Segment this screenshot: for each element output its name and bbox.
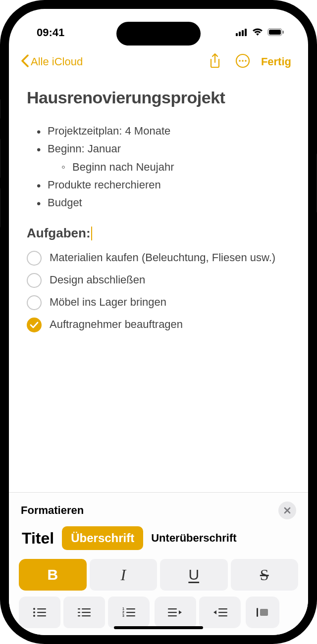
dash-list-button[interactable]: [63, 597, 105, 628]
checkbox-unchecked-icon[interactable]: [27, 295, 42, 310]
checkbox-unchecked-icon[interactable]: [27, 251, 42, 266]
done-button[interactable]: Fertig: [261, 55, 291, 68]
svg-rect-12: [37, 608, 46, 609]
back-button[interactable]: Alle iCloud: [21, 54, 83, 70]
svg-rect-35: [257, 608, 258, 617]
svg-text:1: 1: [122, 607, 124, 610]
svg-point-11: [33, 608, 35, 610]
chevron-left-icon: [21, 54, 29, 70]
svg-rect-6: [283, 31, 284, 34]
numbered-list-button[interactable]: 123: [108, 597, 150, 628]
note-content[interactable]: Hausrenovierungsprojekt Projektzeitplan:…: [9, 78, 308, 492]
indent-button[interactable]: [199, 597, 241, 628]
svg-point-15: [33, 615, 35, 617]
home-indicator[interactable]: [114, 626, 203, 629]
svg-point-8: [239, 60, 241, 62]
svg-rect-31: [168, 615, 177, 616]
svg-rect-17: [78, 608, 80, 609]
style-heading-button[interactable]: Überschrift: [62, 526, 143, 550]
list-style-row: 123: [19, 597, 298, 628]
checklist-label: Materialien kaufen (Beleuchtung, Fliesen…: [50, 250, 290, 266]
checklist-item: Auftragnehmer beauftragen: [27, 317, 290, 332]
svg-rect-29: [168, 608, 177, 609]
svg-rect-20: [82, 612, 91, 613]
svg-rect-0: [236, 33, 238, 36]
list-item: Projektzeitplan: 4 Monate: [37, 122, 290, 140]
close-icon[interactable]: [278, 502, 296, 519]
style-subheading-button[interactable]: Unterüberschrift: [151, 532, 236, 545]
list-item: Beginn nach Neujahr: [61, 158, 290, 176]
svg-rect-28: [126, 615, 135, 616]
svg-rect-2: [242, 30, 244, 36]
note-title: Hausrenovierungsprojekt: [27, 88, 290, 107]
svg-text:3: 3: [122, 614, 124, 617]
svg-point-9: [242, 60, 244, 62]
checkbox-checked-icon[interactable]: [27, 318, 42, 332]
svg-point-13: [33, 611, 35, 613]
svg-text:2: 2: [122, 610, 124, 614]
block-quote-button[interactable]: [246, 597, 279, 628]
svg-rect-36: [260, 609, 268, 616]
dynamic-island: [116, 22, 201, 46]
svg-rect-21: [78, 615, 80, 616]
checkbox-unchecked-icon[interactable]: [27, 273, 42, 288]
strikethrough-button[interactable]: S: [231, 559, 299, 591]
italic-button[interactable]: I: [90, 559, 158, 591]
wifi-icon: [252, 26, 264, 39]
checklist-label: Auftragnehmer beauftragen: [50, 317, 290, 332]
format-panel-title: Formatieren: [21, 504, 84, 517]
underline-button[interactable]: U: [160, 559, 228, 591]
paragraph-style-row: Titel Überschrift Unterüberschrift: [19, 526, 298, 550]
section-heading: Aufgaben:: [27, 226, 92, 241]
svg-rect-33: [218, 612, 227, 613]
svg-rect-24: [126, 608, 135, 609]
inline-style-row: B I U S: [19, 559, 298, 591]
svg-rect-5: [269, 30, 281, 35]
outdent-button[interactable]: [155, 597, 196, 628]
bullet-list: Projektzeitplan: 4 Monate Beginn: Januar…: [27, 122, 290, 212]
checklist: Materialien kaufen (Beleuchtung, Fliesen…: [27, 250, 290, 332]
cellular-icon: [236, 26, 248, 39]
back-label: Alle iCloud: [31, 55, 83, 68]
svg-point-10: [245, 60, 247, 62]
svg-rect-3: [245, 29, 247, 36]
navigation-bar: Alle iCloud Fertig: [9, 48, 308, 78]
svg-rect-32: [218, 608, 227, 609]
battery-icon: [267, 26, 284, 39]
list-item: Produkte recherchieren: [37, 176, 290, 194]
list-item: Beginn: Januar Beginn nach Neujahr: [37, 140, 290, 176]
style-title-button[interactable]: Titel: [22, 529, 54, 548]
checklist-label: Möbel ins Lager bringen: [50, 295, 290, 310]
checklist-item: Design abschließen: [27, 273, 290, 288]
svg-rect-1: [239, 32, 241, 36]
svg-rect-19: [78, 612, 80, 613]
svg-rect-26: [126, 612, 135, 613]
svg-rect-30: [168, 612, 177, 613]
list-item: Budget: [37, 194, 290, 212]
text-cursor: [91, 227, 93, 240]
status-time: 09:41: [37, 26, 64, 39]
checklist-label: Design abschließen: [50, 273, 290, 288]
svg-rect-34: [218, 615, 227, 616]
svg-rect-14: [37, 612, 46, 613]
svg-rect-16: [37, 615, 46, 616]
bullet-list-button[interactable]: [19, 597, 60, 628]
svg-rect-18: [82, 608, 91, 609]
more-icon[interactable]: [235, 53, 250, 70]
checklist-item: Materialien kaufen (Beleuchtung, Fliesen…: [27, 250, 290, 266]
svg-rect-22: [82, 615, 91, 616]
checklist-item: Möbel ins Lager bringen: [27, 295, 290, 310]
bold-button[interactable]: B: [19, 559, 87, 591]
format-panel: Formatieren Titel Überschrift Unterübers…: [9, 492, 308, 635]
share-icon[interactable]: [209, 53, 221, 71]
